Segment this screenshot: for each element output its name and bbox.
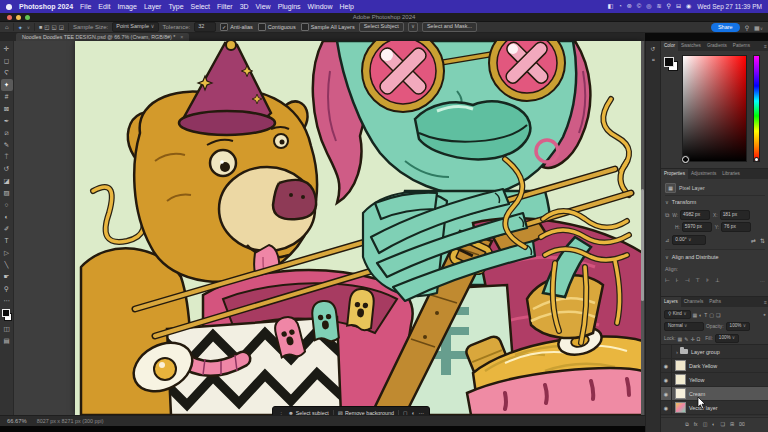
zoom-tool[interactable]: ⚲ [1,283,13,295]
layer-row-group[interactable]: › Layer group [661,345,768,359]
layer-row[interactable]: ◉ Yellow [661,373,768,387]
menubar-clock[interactable]: Wed Sep 27 11:39 PM [697,3,762,10]
hue-slider[interactable] [753,55,760,162]
color-tab-color[interactable]: Color [661,41,678,51]
properties-tab-properties[interactable]: Properties [661,169,688,179]
menu-3d[interactable]: 3D [240,3,249,10]
adjustment-layer-icon[interactable]: ◐ [712,421,715,427]
pen-tool[interactable]: ✐ [1,223,13,235]
subtract-selection-icon[interactable]: ◱ [51,24,56,30]
menu-help[interactable]: Help [340,3,354,10]
panel-color-swatches[interactable] [664,57,678,71]
add-selection-icon[interactable]: ◰ [44,24,49,30]
history-panel-icon[interactable]: ↺ [650,45,655,52]
align-top-icon[interactable]: ⊤ [695,277,700,283]
wifi-icon[interactable]: ≋ [656,0,661,13]
align-middle-icon[interactable]: ⊧ [706,277,709,283]
tab-close-icon[interactable]: × [180,33,183,41]
copyright-app-icon[interactable]: © [637,0,641,13]
comments-panel-icon[interactable]: ❝ [651,57,654,64]
color-tab-patterns[interactable]: Patterns [730,41,753,51]
document-tab[interactable]: Noodles Doodles TEE DESIGN.psd @ 66.7% (… [16,33,189,41]
history-brush-tool[interactable]: ↺ [1,163,13,175]
filter-smart-icon[interactable]: ❏ [716,312,720,318]
search-icon[interactable]: ⚲ [745,24,749,31]
opacity-field[interactable]: 100% ∨ [726,322,750,331]
document-info[interactable]: 8027 px x 8271 px (300 ppi) [37,418,104,424]
apple-menu-icon[interactable] [6,4,12,10]
properties-tab-libraries[interactable]: Libraries [719,169,743,179]
menu-layer[interactable]: Layer [144,3,162,10]
edit-toolbar[interactable]: ⋯ [1,295,13,307]
layer-thumbnail[interactable] [675,388,686,399]
canvas-area[interactable]: ⋮ ☻ Select subject ▨ Remove background ◻… [14,41,645,415]
path-select-tool[interactable]: ▷ [1,247,13,259]
menu-select[interactable]: Select [191,3,210,10]
layer-filter-select[interactable]: ⚲ Kind ∨ [664,310,691,319]
align-bottom-icon[interactable]: ⊥ [715,277,720,283]
select-subject-dropdown[interactable]: ∨ [408,22,418,32]
filter-type-icon[interactable]: T [704,312,707,318]
color-gradient-field[interactable] [682,55,747,162]
layer-row[interactable]: ◉ Vector layer [661,401,768,415]
panel-menu-icon[interactable]: ≡ [764,297,768,307]
workspace-switcher-icon[interactable]: ▦∨ [754,24,763,31]
select-subject-button[interactable]: Select Subject [359,22,404,32]
stage-manager-icon[interactable]: ◧ [607,0,613,13]
add-mask-icon[interactable]: ◫ [703,421,708,427]
x-field[interactable]: 181 px [720,210,750,220]
eraser-tool[interactable]: ◪ [1,175,13,187]
filter-shape-icon[interactable]: ▢ [709,312,714,318]
flip-vertical-icon[interactable]: ⇅ [760,237,765,244]
align-left-icon[interactable]: ⊢ [665,277,670,283]
panel-menu-icon[interactable]: ≡ [764,41,768,51]
new-layer-icon[interactable]: ⊞ [730,421,734,427]
new-selection-icon[interactable]: ■ [39,24,42,30]
filter-adjustment-icon[interactable]: ◐ [699,312,702,318]
shape-tool[interactable]: ╲ [1,259,13,271]
color-tab-gradients[interactable]: Gradients [704,41,730,51]
canvas-artwork[interactable] [75,41,643,415]
align-right-icon[interactable]: ⊣ [685,277,690,283]
layer-thumbnail[interactable] [675,374,686,385]
height-field[interactable]: 5970 px [682,222,712,232]
layer-thumbnail[interactable] [675,402,686,413]
layer-effects-icon[interactable]: fx [694,421,698,427]
screen-mode-icon[interactable]: ▤ [1,335,13,347]
lock-transparent-icon[interactable]: ▦ [677,336,682,342]
quick-mask-icon[interactable]: ◫ [1,323,13,335]
layer-thumbnail[interactable] [675,360,686,371]
magic-wand-tool-icon[interactable]: ✦ [18,24,23,31]
eyedropper-tool[interactable]: ✒ [1,115,13,127]
app-menu[interactable]: Photoshop 2024 [19,3,73,10]
blur-tool[interactable]: ○ [1,199,13,211]
color-tab-swatches[interactable]: Swatches [678,41,704,51]
zoom-level[interactable]: 66.67% [7,418,27,424]
width-field[interactable]: 4982 px [680,210,710,220]
intersect-selection-icon[interactable]: ◲ [59,24,64,30]
menu-edit[interactable]: Edit [98,3,110,10]
lock-move-icon[interactable]: ✛ [690,336,694,342]
menu-file[interactable]: File [80,3,91,10]
lock-paint-icon[interactable]: ✎ [684,336,688,342]
home-icon[interactable]: ⌂ [5,24,9,30]
type-tool[interactable]: T [1,235,13,247]
group-expand-icon[interactable]: › [676,349,678,355]
spotlight-icon[interactable]: ⚲ [667,0,671,13]
layers-tab-layers[interactable]: Layers [661,297,681,307]
menu-type[interactable]: Type [168,3,183,10]
tool-preset-dropdown-icon[interactable]: ∨ [27,25,30,30]
align-collapse-icon[interactable]: ∨ [665,254,669,260]
link-layers-icon[interactable]: ⧉ [685,421,689,428]
crop-tool[interactable]: # [1,91,13,103]
filter-pixel-icon[interactable]: ▦ [693,312,698,318]
menu-image[interactable]: Image [117,3,136,10]
link-dimensions-icon[interactable]: ⧉ [665,212,669,219]
align-center-h-icon[interactable]: ⊦ [676,277,679,283]
clone-stamp-tool[interactable]: ⍑ [1,151,13,163]
rotation-field[interactable]: 0.00° ∨ [672,235,706,245]
fill-field[interactable]: 100% ∨ [715,334,739,343]
checkbox-anti-alias[interactable]: ✓Anti-alias [220,23,253,31]
layers-tab-channels[interactable]: Channels [681,297,706,307]
moon-icon[interactable]: ◔ [618,0,622,13]
